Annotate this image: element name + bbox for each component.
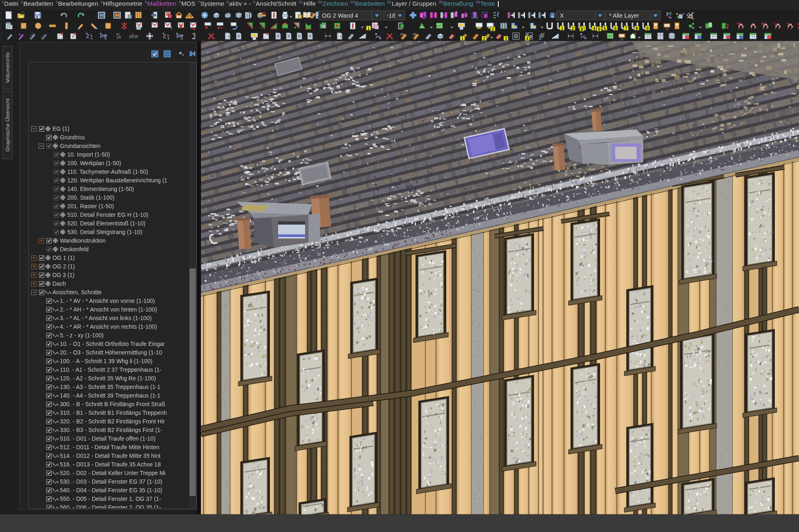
svg-text:1: 1 <box>368 26 370 31</box>
svg-text:9: 9 <box>598 27 600 32</box>
svg-text:1: 1 <box>170 25 172 30</box>
svg-text:Z: Z <box>163 33 166 39</box>
svg-text:3: 3 <box>505 36 507 41</box>
svg-text:X: X <box>560 12 564 19</box>
svg-text:8: 8 <box>636 26 638 31</box>
svg-text:Z: Z <box>86 33 89 39</box>
svg-text:PPP: PPP <box>129 34 138 39</box>
svg-text:5: 5 <box>604 26 606 31</box>
svg-text:2: 2 <box>483 36 486 41</box>
svg-text:4: 4 <box>593 26 596 31</box>
svg-text:PP: PP <box>176 33 184 39</box>
svg-text:1: 1 <box>561 26 564 31</box>
svg-text:GL: GL <box>413 32 417 36</box>
svg-text:2: 2 <box>572 26 574 31</box>
svg-text:GL: GL <box>400 32 405 36</box>
svg-text:9: 9 <box>646 26 649 31</box>
svg-text:6: 6 <box>614 26 617 31</box>
svg-text:-18: -18 <box>387 12 395 19</box>
svg-text:4: 4 <box>526 36 529 41</box>
svg-text:1: 1 <box>461 36 464 41</box>
svg-text:2: 2 <box>492 27 494 32</box>
svg-text:7: 7 <box>625 26 628 31</box>
svg-text:PP: PP <box>100 33 107 39</box>
svg-text:* Alle Layer: * Alle Layer <box>609 12 639 19</box>
svg-text:OG 2 Wand 4: OG 2 Wand 4 <box>322 12 358 19</box>
svg-text:8: 8 <box>581 27 583 32</box>
